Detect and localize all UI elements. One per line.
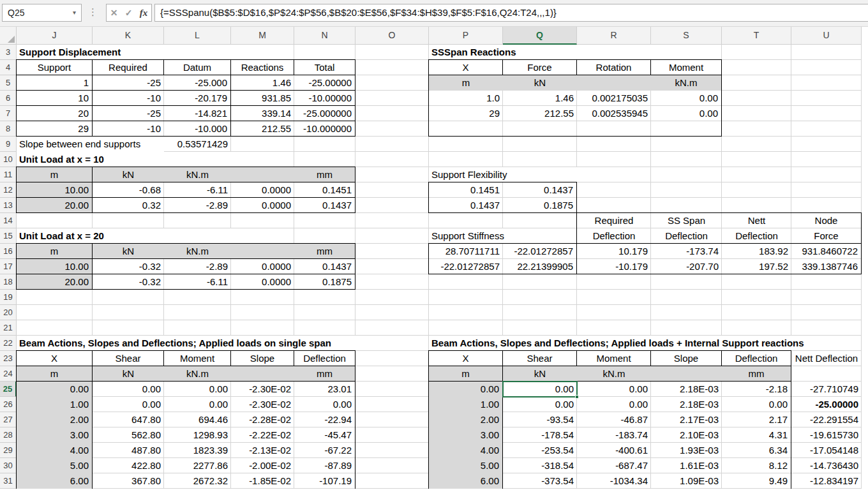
name-box-dropdown-icon[interactable]: ▾ xyxy=(73,4,76,21)
gridcell-R11[interactable] xyxy=(577,167,651,182)
cell-P25[interactable]: 0.00 xyxy=(428,382,503,397)
gridcell-O14[interactable] xyxy=(355,213,429,228)
column-header-J[interactable]: J xyxy=(17,27,93,45)
cell-M16[interactable] xyxy=(231,243,294,259)
cell-J7[interactable]: 20 xyxy=(16,106,93,121)
gridcell-J19[interactable] xyxy=(17,290,93,305)
cell-L6[interactable]: -20.179 xyxy=(164,91,231,106)
cell-Q30[interactable]: -318.54 xyxy=(503,458,577,473)
cell-K18[interactable]: -0.32 xyxy=(93,274,164,290)
gridcell-O10[interactable] xyxy=(355,152,429,167)
gridcell-O20[interactable] xyxy=(355,305,429,320)
cell-L17[interactable]: -2.89 xyxy=(164,259,231,274)
row-header-10[interactable]: 10 xyxy=(0,152,17,167)
cell-Q16[interactable]: -22.01272857 xyxy=(503,243,577,259)
cell-M4[interactable]: Reactions xyxy=(231,59,294,75)
gridcell-K19[interactable] xyxy=(93,290,164,305)
cell-P15[interactable]: Support Stiffness xyxy=(429,228,577,244)
gridcell-T6[interactable] xyxy=(722,91,791,106)
cell-J22[interactable]: Beam Actions, Slopes and Deflections; Ap… xyxy=(17,336,355,351)
cell-P6[interactable]: 1.0 xyxy=(428,91,503,106)
gridcell-R12[interactable] xyxy=(577,182,651,198)
gridcell-N15[interactable] xyxy=(294,228,355,244)
cell-R7[interactable]: 0.002535945 xyxy=(577,106,651,121)
cell-R27[interactable]: -46.87 xyxy=(577,412,651,427)
cell-S7[interactable]: 0.00 xyxy=(651,106,722,121)
row-header-18[interactable]: 18 xyxy=(0,274,17,290)
cell-T14[interactable]: Nett xyxy=(722,212,791,228)
row-header-19[interactable]: 19 xyxy=(0,290,17,305)
gridcell-Q9[interactable] xyxy=(503,137,577,152)
gridcell-O19[interactable] xyxy=(355,290,429,305)
cell-R26[interactable]: 0.00 xyxy=(577,397,651,412)
cell-S15[interactable]: Deflection xyxy=(651,228,722,244)
gridcell-N10[interactable] xyxy=(294,152,355,167)
gridcell-O22[interactable] xyxy=(355,336,429,351)
column-header-N[interactable]: N xyxy=(294,27,355,45)
cell-Q26[interactable]: 0.00 xyxy=(503,397,577,412)
enter-icon[interactable]: ✓ xyxy=(125,8,133,18)
gridcell-U7[interactable] xyxy=(791,106,862,121)
cell-K27[interactable]: 647.80 xyxy=(93,412,164,427)
cell-K29[interactable]: 487.80 xyxy=(93,443,164,458)
cell-S24[interactable] xyxy=(651,366,722,382)
cell-K11[interactable]: kN xyxy=(93,167,164,182)
gridcell-N9[interactable] xyxy=(294,137,355,152)
cell-J23[interactable]: X xyxy=(16,350,93,366)
cell-N8[interactable]: -10.000000 xyxy=(294,121,355,137)
cell-Q24[interactable]: kN xyxy=(503,366,577,382)
column-header-P[interactable]: P xyxy=(429,27,503,45)
cell-P13[interactable]: 0.1437 xyxy=(428,198,503,213)
gridcell-O29[interactable] xyxy=(355,443,429,458)
gridcell-O4[interactable] xyxy=(355,60,429,75)
cell-Q23[interactable]: Shear xyxy=(503,350,577,366)
gridcell-U21[interactable] xyxy=(791,320,862,336)
cell-R14[interactable]: Required xyxy=(576,212,651,228)
gridcell-O26[interactable] xyxy=(355,397,429,412)
gridcell-Q18[interactable] xyxy=(503,274,577,290)
gridcell-L20[interactable] xyxy=(164,305,231,320)
cell-J5[interactable]: 1 xyxy=(16,75,93,91)
cancel-icon[interactable]: ✕ xyxy=(110,8,118,18)
cell-S14[interactable]: SS Span xyxy=(651,212,722,228)
row-header-23[interactable]: 23 xyxy=(0,351,17,366)
row-header-30[interactable]: 30 xyxy=(0,458,17,473)
cell-S29[interactable]: 1.93E-03 xyxy=(651,443,722,458)
cell-M23[interactable]: Slope xyxy=(231,350,294,366)
gridcell-T5[interactable] xyxy=(722,75,791,91)
cell-Q7[interactable]: 212.55 xyxy=(503,106,577,121)
cell-T27[interactable]: 2.17 xyxy=(722,412,791,427)
gridcell-O11[interactable] xyxy=(355,167,429,182)
gridcell-N14[interactable] xyxy=(294,213,355,228)
gridcell-S10[interactable] xyxy=(651,152,722,167)
cell-J29[interactable]: 4.00 xyxy=(16,443,93,458)
gridcell-S12[interactable] xyxy=(651,182,722,198)
cell-T15[interactable]: Deflection xyxy=(722,228,791,244)
gridcell-N19[interactable] xyxy=(294,290,355,305)
cell-T31[interactable]: 9.49 xyxy=(722,473,791,489)
cell-P16[interactable]: 28.70711711 xyxy=(428,243,503,259)
cell-J4[interactable]: Support xyxy=(16,59,93,75)
row-header-5[interactable]: 5 xyxy=(0,75,17,91)
cell-J9[interactable]: Slope between end supports xyxy=(17,137,164,152)
cell-N16[interactable]: mm xyxy=(294,243,355,259)
cell-U16[interactable]: 931.8460722 xyxy=(791,244,862,259)
cell-L26[interactable]: 0.00 xyxy=(164,397,231,412)
gridcell-J21[interactable] xyxy=(17,320,93,336)
row-header-28[interactable]: 28 xyxy=(0,427,17,443)
cell-U26[interactable]: -25.00000 xyxy=(791,397,862,412)
cell-U29[interactable]: -17.054148 xyxy=(791,443,862,458)
gridcell-R13[interactable] xyxy=(577,198,651,213)
gridcell-M15[interactable] xyxy=(231,228,294,244)
gridcell-S18[interactable] xyxy=(651,274,722,290)
gridcell-T3[interactable] xyxy=(722,45,791,60)
cell-K4[interactable]: Required xyxy=(93,59,164,75)
gridcell-T19[interactable] xyxy=(722,290,791,305)
cell-P17[interactable]: -22.01272857 xyxy=(428,259,503,274)
cell-K17[interactable]: -0.32 xyxy=(93,259,164,274)
cell-S4[interactable]: Moment xyxy=(651,59,722,75)
gridcell-S9[interactable] xyxy=(651,137,722,152)
cell-S17[interactable]: -207.70 xyxy=(651,259,722,274)
gridcell-P9[interactable] xyxy=(429,137,503,152)
cell-N29[interactable]: -67.22 xyxy=(294,443,355,458)
